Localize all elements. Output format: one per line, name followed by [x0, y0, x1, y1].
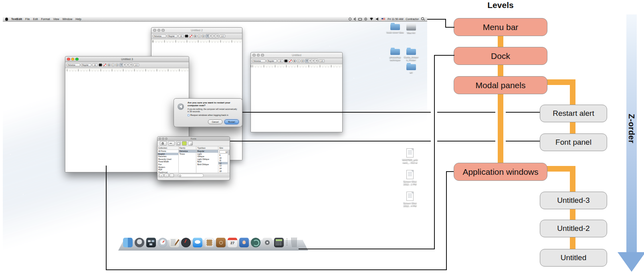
time-machine-icon[interactable] — [364, 18, 367, 20]
dock-icon-calendar[interactable]: 27 — [228, 238, 237, 247]
text-color-well[interactable] — [284, 59, 288, 63]
window-untitled[interactable]: Untitled Helvetica Regular 12 B I U 1.0 — [250, 52, 343, 132]
universal-access-icon[interactable] — [349, 18, 351, 20]
typeface-option[interactable]: Light Oblique — [196, 158, 218, 161]
menu-window[interactable]: Window — [63, 18, 73, 20]
typeface-option[interactable]: Bold Oblique — [196, 163, 218, 166]
desktop-icon-curtis-artwork-folder[interactable]: Curtis_Artwor k_Folder — [402, 49, 420, 61]
bold-button[interactable]: B — [107, 63, 111, 67]
desktop-icon-book-cover-idea[interactable]: book cover idea — [386, 24, 404, 34]
font-size-dropdown[interactable]: 12 — [278, 59, 283, 63]
font-family-dropdown[interactable]: Helvetica — [252, 59, 266, 63]
underline-button[interactable]: U — [202, 34, 205, 38]
dock-icon-mail[interactable] — [204, 238, 214, 247]
text-color-button[interactable] — [176, 141, 181, 146]
text-color-well[interactable] — [99, 63, 102, 67]
bluetooth-icon[interactable] — [354, 18, 356, 21]
desktop-icon-screen-shot-1[interactable]: Screen Shot 2012...1 PM — [401, 170, 419, 185]
bold-button[interactable]: B — [293, 59, 296, 63]
font-size-dropdown[interactable]: 12 — [92, 63, 98, 67]
desktop-icon-mac-art[interactable]: Mac Art — [402, 23, 420, 34]
collection-option[interactable]: Fixed Width — [157, 160, 178, 163]
dock-icon-textedit[interactable] — [170, 238, 179, 247]
line-spacing-dropdown[interactable]: 1.0 — [319, 59, 325, 63]
collection-option[interactable]: Traditional — [157, 171, 178, 173]
background-color-well[interactable] — [103, 63, 107, 67]
collection-option-selected[interactable]: English — [157, 153, 178, 156]
dock-icon-system-preferences[interactable] — [262, 238, 272, 247]
volume-icon[interactable] — [376, 18, 379, 21]
display-icon[interactable] — [358, 18, 362, 20]
menu-view[interactable]: View — [53, 18, 59, 20]
background-color-well[interactable] — [189, 34, 193, 38]
dock-icon-time-machine[interactable] — [251, 238, 260, 247]
collection-option[interactable]: PDF — [157, 168, 178, 171]
restart-button[interactable]: Restart — [224, 119, 239, 124]
dock-icon-calculator[interactable] — [274, 238, 284, 247]
menu-help[interactable]: Help — [76, 18, 81, 20]
document-content[interactable] — [251, 67, 342, 132]
collection-option[interactable]: All Fonts — [157, 150, 178, 153]
dock-icon-launchpad[interactable] — [135, 238, 144, 247]
window-title-bar[interactable]: Untitled 2 — [151, 28, 242, 33]
desktop-icon-art[interactable]: art — [402, 64, 420, 74]
collection-option[interactable]: Fun — [157, 163, 178, 166]
window-title-bar[interactable]: Untitled 3 — [65, 57, 189, 62]
alignment-buttons[interactable] — [119, 63, 133, 67]
bold-button[interactable]: B — [194, 34, 197, 38]
window-title-bar[interactable]: Untitled — [251, 53, 342, 58]
cancel-button[interactable]: Cancel — [208, 119, 222, 124]
text-shadow-button[interactable] — [188, 141, 193, 146]
menu-user[interactable]: Contractor — [406, 18, 419, 20]
apple-menu-icon[interactable] — [5, 18, 8, 21]
alignment-buttons[interactable] — [206, 34, 219, 38]
typeface-dropdown[interactable]: Regular — [167, 34, 178, 38]
menu-file[interactable]: File — [25, 18, 30, 20]
dock-icon-photo-booth[interactable] — [239, 238, 249, 247]
menu-format[interactable]: Format — [41, 18, 50, 20]
dock-icon-trash[interactable] — [290, 238, 298, 247]
family-option[interactable]: Times — [179, 153, 196, 156]
action-gear-button[interactable] — [170, 174, 174, 177]
menu-edit[interactable]: Edit — [33, 18, 38, 20]
line-spacing-dropdown[interactable]: 1.0 — [220, 34, 225, 38]
dock-icon-dashboard[interactable] — [181, 238, 191, 247]
remove-collection-button[interactable]: − — [164, 174, 169, 177]
italic-button[interactable]: I — [198, 34, 201, 38]
collection-option[interactable]: Modern — [157, 166, 178, 169]
desktop-icon-screen-shot-2[interactable]: Screen Shot 2012...4 PM — [401, 192, 419, 207]
fonts-panel-title-bar[interactable]: Fonts — [157, 137, 230, 141]
typeface-dropdown[interactable]: Regular — [81, 63, 91, 67]
line-spacing-dropdown[interactable]: 1.0 — [133, 63, 139, 67]
collection-option[interactable]: Recently Used — [157, 158, 178, 161]
typeface-option[interactable]: Oblique — [196, 155, 218, 158]
dock-icon-messages[interactable] — [193, 238, 202, 247]
desktop-icon-master-artboard[interactable]: MASTER_artb oard_...012.ai — [401, 148, 419, 164]
text-color-well[interactable] — [185, 34, 188, 38]
collection-option[interactable]: Favorites — [157, 155, 178, 158]
underline-button[interactable]: U — [301, 59, 304, 63]
italic-button[interactable]: I — [297, 59, 300, 63]
restart-alert-dialog[interactable]: Are you sure you want to restart your co… — [174, 98, 242, 127]
input-source-flag-icon[interactable] — [382, 18, 385, 20]
typeface-option-selected[interactable]: Regular — [196, 150, 218, 153]
size-scrollbar[interactable] — [228, 150, 230, 173]
dock-icon-mission-control[interactable] — [146, 238, 156, 247]
dock-icon-safari[interactable] — [158, 238, 168, 247]
typeface-option[interactable]: Light — [196, 153, 218, 156]
add-collection-button[interactable]: + — [159, 174, 164, 177]
underline-button[interactable]: U — [115, 63, 119, 67]
typeface-dropdown[interactable]: Regular — [266, 59, 277, 63]
alignment-buttons[interactable] — [305, 59, 318, 63]
italic-button[interactable]: I — [111, 63, 115, 67]
typeface-option[interactable]: Bold — [196, 160, 218, 163]
fonts-panel[interactable]: Fonts Collection All Fonts English Favor… — [157, 136, 230, 180]
background-color-well[interactable] — [289, 59, 292, 63]
font-family-dropdown[interactable]: Helvetica — [67, 63, 80, 67]
document-color-button[interactable] — [182, 141, 187, 146]
font-size-dropdown[interactable]: 12 — [178, 34, 184, 38]
family-option-selected[interactable]: Helvetica — [179, 150, 196, 153]
reopen-windows-checkbox[interactable] — [188, 114, 190, 116]
menu-clock[interactable]: Fri 11:50 AM — [388, 18, 403, 20]
font-family-dropdown[interactable]: Helvetica — [153, 34, 166, 38]
